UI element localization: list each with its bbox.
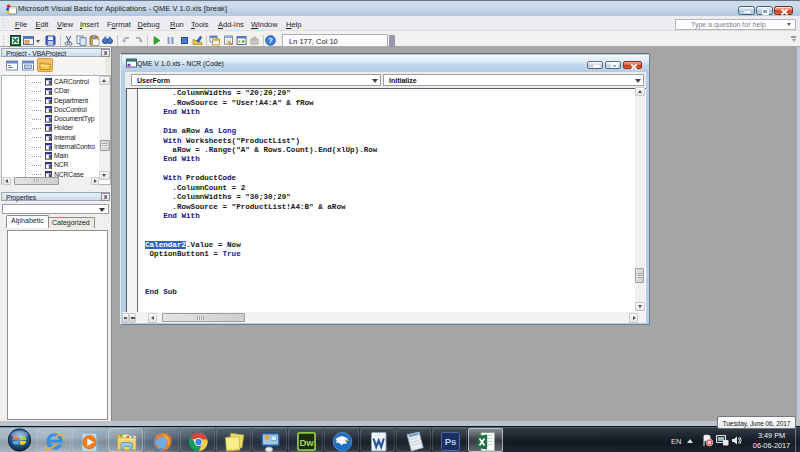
svg-text:?: ? [268, 36, 273, 45]
svg-text:Ps: Ps [445, 436, 457, 447]
svg-text:Dw: Dw [299, 437, 314, 448]
